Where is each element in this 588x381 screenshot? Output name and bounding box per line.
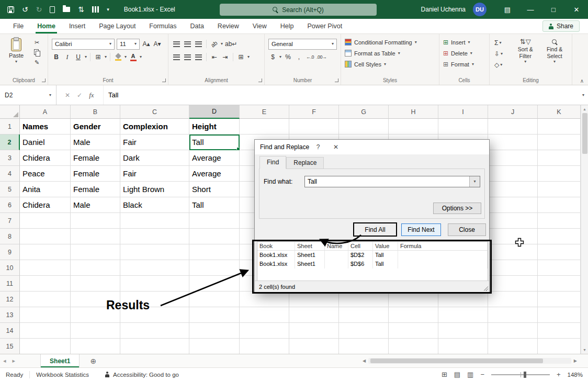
cell-C3[interactable]: Dark bbox=[120, 150, 189, 166]
page-layout-view-icon[interactable]: ▤ bbox=[454, 371, 460, 378]
dialog-close-icon[interactable]: ✕ bbox=[327, 140, 345, 154]
cell-A3[interactable]: Chidera bbox=[20, 150, 71, 166]
cell-K14[interactable] bbox=[538, 323, 581, 339]
cell-C1[interactable]: Complexion bbox=[120, 119, 189, 135]
cell-D12[interactable] bbox=[189, 292, 240, 307]
result-row-2[interactable]: Book1.xlsxSheet1$D$6Tall bbox=[257, 260, 488, 268]
zoom-slider[interactable] bbox=[491, 374, 550, 375]
dialog-tab-find[interactable]: Find bbox=[259, 156, 286, 169]
qat-customize-icon[interactable]: ▾ bbox=[107, 7, 109, 12]
row-header-8[interactable]: 8 bbox=[0, 229, 20, 244]
find-next-button[interactable]: Find Next bbox=[401, 223, 441, 236]
cell-B4[interactable]: Female bbox=[71, 166, 120, 182]
copy-button[interactable] bbox=[32, 49, 41, 57]
cell-A4[interactable]: Peace bbox=[20, 166, 71, 182]
column-header-D[interactable]: D bbox=[189, 105, 240, 119]
cell-C2[interactable]: Fair bbox=[120, 135, 189, 150]
cell-B6[interactable]: Male bbox=[71, 197, 120, 213]
ribbon-tab-view[interactable]: View bbox=[246, 19, 274, 33]
cell-C8[interactable] bbox=[120, 229, 189, 244]
dialog-launcher-icon[interactable] bbox=[335, 79, 338, 82]
cell-K10[interactable] bbox=[538, 260, 581, 276]
cell-J6[interactable] bbox=[488, 197, 538, 213]
hscroll-track[interactable] bbox=[368, 358, 571, 364]
hscroll-thumb[interactable] bbox=[370, 358, 543, 363]
resize-grip[interactable] bbox=[483, 286, 488, 291]
row-header-10[interactable]: 10 bbox=[0, 260, 20, 276]
cell-A6[interactable]: Chidera bbox=[20, 197, 71, 213]
cell-F1[interactable] bbox=[289, 119, 339, 135]
user-name[interactable]: Daniel Uchenna bbox=[421, 6, 466, 13]
sheet-tab-sheet1[interactable]: Sheet1 bbox=[40, 354, 80, 367]
cell-H14[interactable] bbox=[389, 323, 438, 339]
decrease-font-size-icon[interactable]: A▾ bbox=[153, 39, 162, 49]
scroll-up-icon[interactable]: ▲ bbox=[583, 105, 586, 113]
cell-J13[interactable] bbox=[488, 307, 538, 323]
dialog-title-bar[interactable]: Find and Replace ? ✕ bbox=[255, 140, 489, 154]
format-as-table-button[interactable]: Format as Table ▾ bbox=[345, 48, 435, 59]
zoom-slider-thumb[interactable] bbox=[524, 372, 526, 378]
search-box[interactable]: Search (Alt+Q) bbox=[220, 4, 377, 16]
column-header-H[interactable]: H bbox=[389, 105, 438, 119]
cell-K9[interactable] bbox=[538, 244, 581, 260]
align-center-icon[interactable] bbox=[183, 52, 192, 62]
cell-B1[interactable]: Gender bbox=[71, 119, 120, 135]
decrease-indent-icon[interactable]: ⇤ bbox=[210, 52, 219, 62]
clear-button[interactable]: ◇▾ bbox=[493, 60, 510, 70]
redo-icon[interactable]: ↻ bbox=[36, 6, 42, 13]
cell-D15[interactable] bbox=[189, 339, 240, 354]
underline-icon[interactable]: U bbox=[74, 52, 83, 62]
cell-E14[interactable] bbox=[240, 323, 289, 339]
dialog-launcher-icon[interactable] bbox=[162, 79, 166, 82]
row-header-12[interactable]: 12 bbox=[0, 292, 20, 307]
cell-K5[interactable] bbox=[538, 182, 581, 197]
cell-D10[interactable] bbox=[189, 260, 240, 276]
column-header-I[interactable]: I bbox=[438, 105, 488, 119]
insert-function-icon[interactable]: fx bbox=[89, 91, 94, 99]
vscroll-thumb[interactable] bbox=[582, 113, 587, 154]
cell-E13[interactable] bbox=[240, 307, 289, 323]
cell-A11[interactable] bbox=[20, 276, 71, 292]
ribbon-tab-power-pivot[interactable]: Power Pivot bbox=[300, 19, 349, 33]
borders-icon[interactable]: ⊞ bbox=[94, 52, 103, 62]
cell-J3[interactable] bbox=[488, 150, 538, 166]
cell-I13[interactable] bbox=[438, 307, 488, 323]
cell-I15[interactable] bbox=[438, 339, 488, 354]
cell-D5[interactable]: Short bbox=[189, 182, 240, 197]
cell-D9[interactable] bbox=[189, 244, 240, 260]
row-header-1[interactable]: 1 bbox=[0, 119, 20, 135]
zoom-level[interactable]: 148% bbox=[568, 372, 583, 378]
cell-J9[interactable] bbox=[488, 244, 538, 260]
cancel-icon[interactable]: ✕ bbox=[65, 92, 70, 99]
ribbon-tab-help[interactable]: Help bbox=[274, 19, 301, 33]
cell-B9[interactable] bbox=[71, 244, 120, 260]
cell-K6[interactable] bbox=[538, 197, 581, 213]
cell-C5[interactable]: Light Brown bbox=[120, 182, 189, 197]
avatar[interactable]: DU bbox=[473, 3, 487, 16]
font-name-select[interactable]: Calibri ▾ bbox=[52, 39, 115, 50]
cell-A15[interactable] bbox=[20, 339, 71, 354]
number-format-select[interactable]: General ▾ bbox=[268, 39, 337, 50]
column-header-E[interactable]: E bbox=[240, 105, 289, 119]
cell-G14[interactable] bbox=[339, 323, 389, 339]
conditional-formatting-button[interactable]: Conditional Formatting ▾ bbox=[345, 37, 435, 48]
autosum-button[interactable]: Σ▾ bbox=[493, 38, 510, 48]
font-size-select[interactable]: 11 ▾ bbox=[117, 39, 140, 50]
align-top-icon[interactable] bbox=[172, 39, 181, 49]
cell-A13[interactable] bbox=[20, 307, 71, 323]
sort-filter-button[interactable]: ⇅▽ Sort & Filter ▾ bbox=[512, 37, 539, 70]
ribbon-tab-formulas[interactable]: Formulas bbox=[142, 19, 183, 33]
font-color-button[interactable]: A bbox=[129, 52, 138, 62]
cell-F12[interactable] bbox=[289, 292, 339, 307]
cell-B8[interactable] bbox=[71, 229, 120, 244]
increase-indent-icon[interactable]: ⇥ bbox=[221, 52, 230, 62]
ribbon-tab-review[interactable]: Review bbox=[211, 19, 246, 33]
cell-C11[interactable] bbox=[120, 276, 189, 292]
column-header-J[interactable]: J bbox=[488, 105, 538, 119]
cell-E15[interactable] bbox=[240, 339, 289, 354]
cell-B2[interactable]: Male bbox=[71, 135, 120, 150]
cell-K1[interactable] bbox=[538, 119, 581, 135]
fill-handle[interactable] bbox=[236, 147, 240, 150]
cell-B3[interactable]: Female bbox=[71, 150, 120, 166]
zoom-out-icon[interactable]: − bbox=[480, 371, 484, 378]
